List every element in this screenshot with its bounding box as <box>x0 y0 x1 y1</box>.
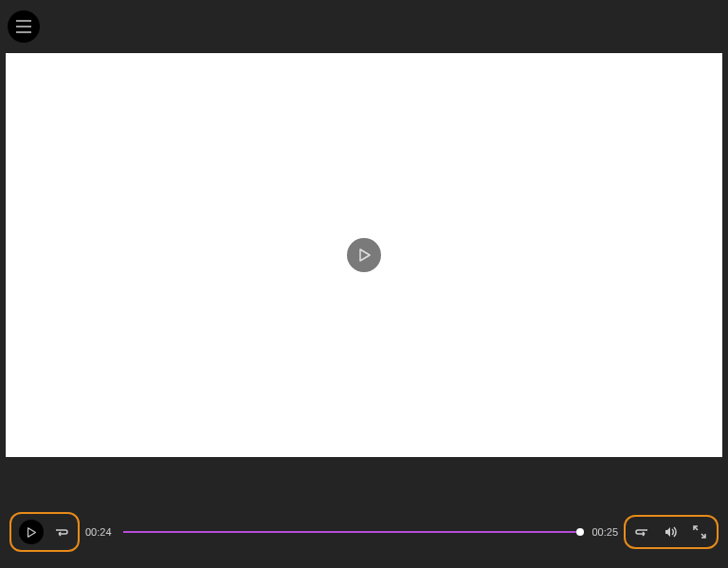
left-control-group <box>9 512 80 552</box>
play-icon <box>358 248 372 262</box>
svg-marker-0 <box>360 249 370 261</box>
duration-label: 00:25 <box>592 526 618 538</box>
current-time-label: 00:24 <box>85 526 112 538</box>
skip-back-button[interactable] <box>51 522 70 541</box>
hamburger-menu-button[interactable] <box>8 10 40 43</box>
progress-bar[interactable] <box>123 522 581 541</box>
progress-thumb[interactable] <box>576 528 584 536</box>
skip-forward-button[interactable] <box>633 522 652 541</box>
volume-icon <box>664 524 679 540</box>
fullscreen-icon <box>692 524 707 540</box>
progress-track <box>123 531 581 533</box>
play-button[interactable] <box>19 520 44 544</box>
play-icon <box>27 527 37 538</box>
right-control-group <box>624 515 719 549</box>
header <box>0 0 728 53</box>
fullscreen-button[interactable] <box>690 522 709 541</box>
skip-forward-icon <box>635 524 650 540</box>
video-viewport <box>6 53 722 457</box>
player-controls: 00:24 00:25 <box>0 515 728 549</box>
hamburger-icon <box>16 20 31 22</box>
volume-button[interactable] <box>662 522 681 541</box>
svg-marker-1 <box>28 527 36 536</box>
center-play-button[interactable] <box>347 238 381 272</box>
skip-back-icon <box>53 524 68 540</box>
